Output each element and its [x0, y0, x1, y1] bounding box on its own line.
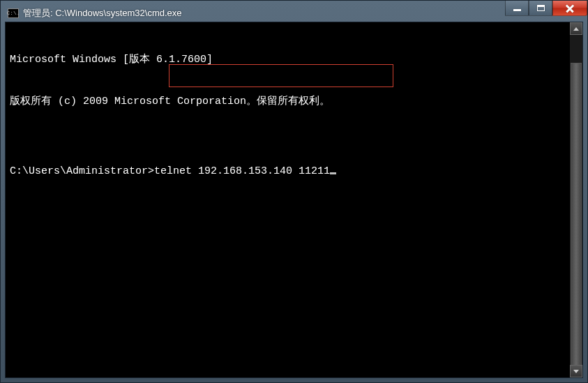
scrollbar[interactable] — [570, 22, 582, 377]
close-button[interactable] — [552, 1, 587, 16]
window-controls — [505, 1, 587, 16]
cmd-icon: C:\. — [8, 8, 19, 18]
scroll-up-button[interactable] — [570, 22, 582, 35]
window-frame: C:\. 管理员: C:\Windows\system32\cmd.exe Mi… — [0, 0, 588, 383]
minimize-icon — [513, 9, 521, 11]
window-title: 管理员: C:\Windows\system32\cmd.exe — [23, 7, 580, 20]
chevron-up-icon — [573, 27, 579, 31]
close-icon — [565, 3, 575, 13]
maximize-button[interactable] — [529, 1, 552, 16]
prompt-text: C:\Users\Administrator> — [10, 165, 154, 177]
chevron-down-icon — [573, 370, 579, 373]
output-line: Microsoft Windows [版本 6.1.7600] — [10, 53, 578, 67]
maximize-icon — [537, 5, 545, 11]
title-bar[interactable]: C:\. 管理员: C:\Windows\system32\cmd.exe — [5, 5, 583, 22]
terminal-area[interactable]: Microsoft Windows [版本 6.1.7600] 版权所有 (c)… — [5, 22, 583, 378]
cmd-icon-text: C:\. — [6, 10, 20, 16]
scroll-thumb[interactable] — [571, 63, 582, 378]
scroll-down-button[interactable] — [570, 365, 582, 377]
command-text: telnet 192.168.153.140 11211 — [154, 165, 330, 177]
prompt-line: C:\Users\Administrator>telnet 192.168.15… — [10, 165, 578, 179]
output-line: 版权所有 (c) 2009 Microsoft Corporation。保留所有… — [10, 95, 578, 109]
cursor — [330, 172, 336, 174]
scroll-track[interactable] — [570, 35, 582, 365]
annotation-highlight — [169, 64, 393, 87]
minimize-button[interactable] — [505, 1, 529, 16]
